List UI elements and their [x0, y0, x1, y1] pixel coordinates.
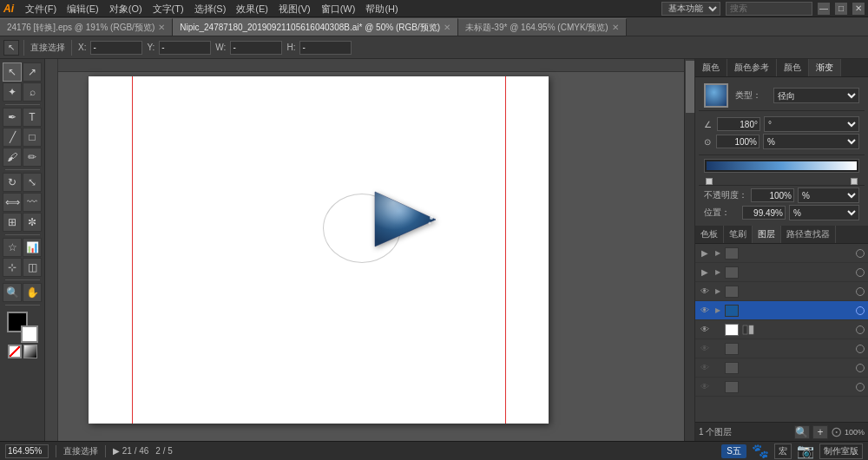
layer-row-6[interactable]: 👁: [695, 339, 868, 358]
tab-0[interactable]: 24176 [转换].eps @ 191% (RGB/预览) ✕: [0, 18, 173, 36]
layer-vis-2[interactable]: ▶: [699, 266, 711, 279]
scrollbar-thumb-vertical[interactable]: [686, 61, 694, 113]
layer-target-5[interactable]: [856, 325, 865, 334]
layer-vis-5[interactable]: 👁: [699, 324, 711, 336]
menu-effect[interactable]: 效果(E): [232, 0, 273, 17]
gradient-swatch[interactable]: [23, 345, 37, 358]
layer-expand-3[interactable]: ▶: [713, 286, 722, 298]
rotate-tool[interactable]: ↻: [3, 173, 22, 192]
lasso-tool[interactable]: ⌕: [23, 82, 42, 102]
layer-expand-5[interactable]: [713, 324, 722, 336]
layer-row-8[interactable]: 👁: [695, 378, 868, 397]
minimize-button[interactable]: —: [818, 3, 830, 15]
layer-target-1[interactable]: [856, 249, 865, 258]
canvas-area[interactable]: [45, 59, 694, 441]
wuye-icon[interactable]: S五: [721, 444, 746, 458]
layers-tab-swatches[interactable]: 色板: [695, 226, 724, 243]
macro-icon[interactable]: 宏: [774, 444, 792, 459]
tab-1-close[interactable]: ✕: [444, 23, 450, 32]
panel-tab-color2[interactable]: 颜色: [777, 59, 809, 76]
layer-vis-7[interactable]: 👁: [699, 362, 711, 374]
magic-wand-tool[interactable]: ✦: [3, 82, 22, 102]
layer-expand-8[interactable]: [713, 381, 722, 393]
opacity-input[interactable]: [751, 188, 794, 202]
tab-0-close[interactable]: ✕: [158, 23, 165, 32]
menu-object[interactable]: 对象(O): [105, 0, 147, 17]
layer-row-1[interactable]: ▶ ▶: [695, 244, 868, 263]
gradient-stop-right[interactable]: [851, 178, 858, 185]
paw-icon[interactable]: 🐾: [752, 443, 769, 459]
none-swatch[interactable]: [8, 345, 22, 358]
add-layer-button[interactable]: +: [812, 425, 828, 439]
menu-edit[interactable]: 编辑(E): [62, 0, 103, 17]
zoom-tool[interactable]: 🔍: [3, 283, 22, 302]
layer-vis-3[interactable]: 👁: [699, 286, 711, 298]
toolbar-selection-tool[interactable]: ↖: [3, 40, 19, 56]
zoom-input[interactable]: [5, 444, 49, 458]
puppet-warp-tool[interactable]: ✼: [23, 213, 42, 232]
column-graph-tool[interactable]: 📊: [23, 238, 42, 257]
camera-icon[interactable]: 📷: [797, 443, 814, 459]
layer-target-6[interactable]: [856, 345, 865, 353]
layer-target-4[interactable]: [856, 306, 865, 315]
menu-select[interactable]: 选择(S): [190, 0, 231, 17]
layer-expand-7[interactable]: [713, 362, 722, 374]
width-tool[interactable]: ⟺: [3, 193, 22, 212]
layers-tab-pathfinder[interactable]: 路径查找器: [781, 226, 836, 243]
direct-selection-tool[interactable]: ↗: [23, 62, 42, 82]
tab-1[interactable]: Nipic_24787180_20190921105616040308B.ai*…: [173, 18, 458, 36]
layer-expand-2[interactable]: ▶: [713, 266, 722, 279]
layer-target-3[interactable]: [856, 287, 865, 296]
symbol-tool[interactable]: ☆: [3, 238, 22, 257]
toolbar-y-input[interactable]: [159, 41, 211, 55]
find-layer-button[interactable]: 🔍: [794, 425, 810, 439]
position-select[interactable]: %: [789, 205, 859, 220]
tab-2-close[interactable]: ✕: [612, 23, 619, 32]
scale-tool[interactable]: ⤡: [23, 173, 42, 192]
layer-row-4[interactable]: 👁 ▶: [695, 301, 868, 320]
layer-target-2[interactable]: [856, 268, 865, 277]
layer-target-7[interactable]: [856, 364, 865, 372]
tab-2[interactable]: 未标题-39* @ 164.95% (CMYK/预览) ✕: [458, 18, 627, 36]
menu-help[interactable]: 帮助(H): [361, 0, 402, 17]
line-tool[interactable]: ╱: [3, 128, 22, 147]
layer-row-5[interactable]: 👁: [695, 320, 868, 339]
hand-tool[interactable]: ✋: [23, 283, 42, 302]
layer-expand-6[interactable]: [713, 343, 722, 355]
layer-vis-1[interactable]: ▶: [699, 247, 711, 260]
layer-row-2[interactable]: ▶ ▶: [695, 263, 868, 282]
menu-file[interactable]: 文件(F): [21, 0, 61, 17]
eraser-tool[interactable]: ◫: [23, 258, 42, 277]
maximize-button[interactable]: □: [835, 3, 847, 15]
canvas-scrollbar-vertical[interactable]: [684, 59, 694, 441]
layer-expand-4[interactable]: ▶: [713, 305, 722, 317]
pencil-tool[interactable]: ✏: [23, 148, 42, 167]
free-transform-tool[interactable]: ⊞: [3, 213, 22, 232]
close-button[interactable]: ✕: [852, 3, 865, 15]
menu-text[interactable]: 文字(T): [148, 0, 188, 17]
panel-tab-color-ref[interactable]: 颜色参考: [727, 59, 777, 76]
layer-target-8[interactable]: [856, 383, 865, 391]
scale-select[interactable]: %: [763, 134, 859, 149]
angle-input[interactable]: [717, 117, 760, 131]
selection-tool[interactable]: ↖: [3, 62, 22, 82]
toolbar-w-input[interactable]: [230, 41, 282, 55]
menu-view[interactable]: 视图(V): [274, 0, 315, 17]
slice-tool[interactable]: ⊹: [3, 258, 22, 277]
production-button[interactable]: 制作室版: [819, 444, 863, 459]
workspace-select[interactable]: 基本功能: [661, 2, 720, 16]
play-shape-object[interactable]: [371, 187, 440, 253]
layer-expand-1[interactable]: ▶: [713, 247, 722, 260]
toolbar-h-input[interactable]: [299, 41, 352, 55]
layer-vis-8[interactable]: 👁: [699, 381, 711, 393]
background-color[interactable]: [21, 325, 38, 343]
angle-select[interactable]: °: [764, 116, 859, 132]
toolbar-x-input[interactable]: [90, 41, 142, 55]
layers-tab-brushes[interactable]: 笔刷: [724, 226, 753, 243]
scale-input[interactable]: [716, 135, 760, 148]
gradient-preview-swatch[interactable]: [704, 83, 728, 108]
shape-tool[interactable]: □: [23, 128, 42, 147]
layer-row-3[interactable]: 👁 ▶: [695, 282, 868, 301]
search-input[interactable]: [726, 2, 812, 16]
layer-vis-4[interactable]: 👁: [699, 305, 711, 317]
